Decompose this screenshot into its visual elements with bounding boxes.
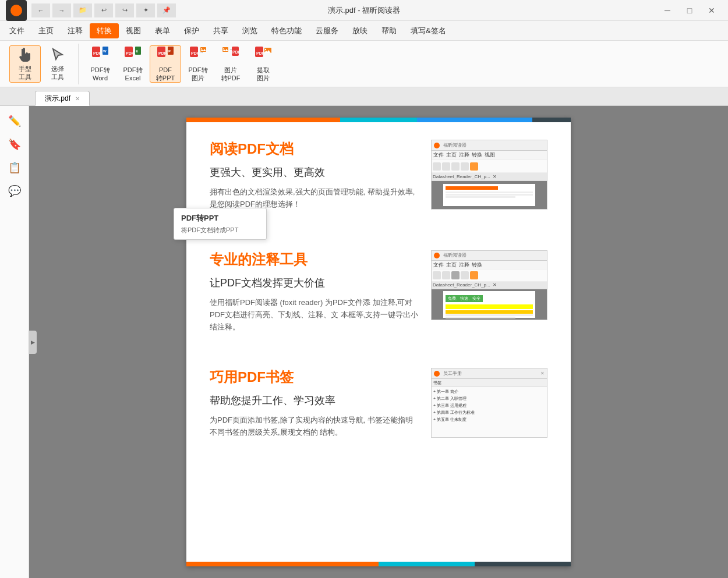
tab-close-icon[interactable]: ✕	[75, 95, 80, 102]
sidebar-collapse-btn[interactable]: ▶	[29, 331, 37, 354]
menu-present[interactable]: 放映	[345, 23, 374, 38]
menu-help[interactable]: 帮助	[374, 23, 404, 38]
menu-share[interactable]: 共享	[206, 23, 235, 38]
main-layout: ✏️ 🔖 📋 💬 ▶ PDF转PPT 将PDF文档转成PPT	[0, 106, 728, 578]
app-logo	[6, 0, 27, 21]
pdf-content: 福昕阅读器 文件主页注释转换视图 Da	[186, 122, 571, 496]
menu-protect[interactable]: 保护	[177, 23, 206, 38]
minimize-btn[interactable]: ─	[657, 2, 678, 19]
pdf-screenshot-3: 员工手册 ✕ 书签 + 第一章 简介 + 第二章 入职管理 + 第三章 运用规程…	[431, 368, 547, 438]
pdf-section-3: 员工手册 ✕ 书签 + 第一章 简介 + 第二章 入职管理 + 第三章 运用规程…	[210, 368, 547, 444]
sidebar-bookmark-icon[interactable]: 🔖	[4, 134, 25, 155]
header-orange	[186, 118, 340, 122]
title-bar-controls: ← → 📁 ↩ ↪ ✦ 📌	[31, 3, 176, 17]
sidebar-comment-icon[interactable]: 💬	[4, 180, 25, 201]
svg-text:PDF: PDF	[256, 51, 265, 55]
forward-btn[interactable]: →	[52, 3, 71, 17]
extract-image-btn[interactable]: PDF 提取图片	[248, 45, 279, 83]
select-tool-label: 选择工具	[51, 65, 64, 80]
hand-icon	[16, 47, 34, 63]
svg-point-28	[265, 49, 266, 50]
extract-image-label: 提取图片	[257, 66, 270, 81]
tab-filename: 演示.pdf	[45, 94, 70, 104]
menu-view[interactable]: 视图	[119, 23, 148, 38]
undo-btn[interactable]: ↩	[94, 3, 113, 17]
pdf-page: 福昕阅读器 文件主页注释转换视图 Da	[186, 118, 571, 566]
open-btn[interactable]: 📁	[73, 3, 92, 17]
menu-bar: 文件 主页 注释 转换 视图 表单 保护 共享 浏览 特色功能 云服务 放映 帮…	[0, 21, 728, 41]
toolbar: 手型工具 选择工具 PDF → W PDF转Word	[0, 41, 728, 87]
window-title: 演示.pdf - 福昕阅读器	[328, 5, 400, 16]
svg-point-21	[223, 48, 224, 49]
pdf-to-excel-label: PDF转Excel	[123, 66, 143, 81]
image-to-pdf-label: 图片转PDF	[221, 66, 241, 81]
footer-orange	[186, 562, 379, 566]
pdf-footer-bar	[186, 562, 571, 566]
pdf-to-excel-btn[interactable]: PDF → E PDF转Excel	[117, 45, 149, 83]
title-bar: ← → 📁 ↩ ↪ ✦ 📌 演示.pdf - 福昕阅读器 ─ □ ✕	[0, 0, 728, 21]
svg-text:PDF: PDF	[232, 50, 240, 54]
tab-bar: 演示.pdf ✕	[0, 87, 728, 106]
footer-dark	[475, 562, 571, 566]
hand-tool-label: 手型工具	[19, 65, 31, 80]
misc-btn[interactable]: ✦	[136, 3, 155, 17]
pdf-to-word-label: PDF转Word	[91, 66, 110, 81]
sidebar-copy-icon[interactable]: 📋	[4, 157, 25, 178]
pdf-to-ppt-label: PDF转PPT	[156, 66, 175, 81]
menu-browse[interactable]: 浏览	[235, 23, 264, 38]
pdf-to-word-btn[interactable]: PDF → W PDF转Word	[84, 45, 116, 83]
pdf-section-1: 福昕阅读器 文件主页注释转换视图 Da	[210, 140, 547, 215]
pdf-section-2: 福昕阅读器 文件主页注释转换 Data	[210, 250, 547, 333]
menu-convert[interactable]: 转换	[90, 23, 119, 38]
menu-comment[interactable]: 注释	[61, 23, 90, 38]
tooltip-description: 将PDF文档转成PPT	[181, 226, 259, 235]
pdf-screenshot-2: 福昕阅读器 文件主页注释转换 Data	[431, 250, 547, 320]
pdf-to-word-icon: PDF → W	[91, 45, 109, 64]
pdf-viewer: PDF转PPT 将PDF文档转成PPT 福昕阅读器	[29, 106, 728, 578]
window-controls: ─ □ ✕	[657, 2, 722, 19]
menu-form[interactable]: 表单	[148, 23, 177, 38]
redo-btn[interactable]: ↪	[115, 3, 134, 17]
tooltip-title: PDF转PPT	[181, 213, 259, 224]
pdf-to-image-btn[interactable]: PDF → PDF转图片	[182, 45, 214, 83]
select-icon	[48, 47, 67, 63]
back-btn[interactable]: ←	[31, 3, 50, 17]
pdf-header-bar	[186, 118, 571, 122]
image-to-pdf-btn[interactable]: → PDF 图片转PDF	[215, 45, 246, 83]
pdf-to-ppt-btn[interactable]: PDF → P PDF转PPT	[150, 45, 181, 83]
menu-home[interactable]: 主页	[31, 23, 61, 38]
menu-fillsign[interactable]: 填写&签名	[404, 23, 453, 38]
left-sidebar: ✏️ 🔖 📋 💬 ▶	[0, 106, 29, 578]
tooltip-popup: PDF转PPT 将PDF文档转成PPT	[174, 208, 267, 240]
sidebar-edit-icon[interactable]: ✏️	[4, 111, 25, 132]
svg-text:W: W	[103, 49, 107, 53]
tool-group-navigation: 手型工具 选择工具	[5, 44, 79, 84]
close-btn[interactable]: ✕	[701, 2, 722, 19]
collapse-arrow-icon: ▶	[31, 339, 35, 345]
menu-cloud[interactable]: 云服务	[309, 23, 345, 38]
maximize-btn[interactable]: □	[679, 2, 700, 19]
footer-cyan	[379, 562, 475, 566]
select-tool-btn[interactable]: 选择工具	[42, 45, 73, 83]
logo-circle	[10, 5, 22, 16]
tool-group-convert: PDF → W PDF转Word PDF → E PDF转Excel	[80, 44, 284, 84]
header-cyan	[340, 118, 417, 122]
pdf-to-excel-icon: PDF → E	[123, 45, 142, 64]
menu-file[interactable]: 文件	[2, 23, 31, 38]
pdf-tab[interactable]: 演示.pdf ✕	[35, 91, 90, 106]
pdf-to-image-icon: PDF →	[189, 45, 207, 64]
pdf-screenshot-1: 福昕阅读器 文件主页注释转换视图 Da	[431, 140, 547, 210]
pdf-to-ppt-icon: PDF → P	[156, 45, 175, 64]
pin-btn[interactable]: 📌	[157, 3, 176, 17]
extract-image-icon: PDF	[254, 45, 273, 64]
svg-point-19	[201, 48, 202, 49]
svg-text:P: P	[168, 49, 171, 53]
svg-text:E: E	[136, 49, 138, 53]
image-to-pdf-icon: → PDF	[221, 45, 240, 64]
menu-features[interactable]: 特色功能	[264, 23, 309, 38]
pdf-to-image-label: PDF转图片	[189, 66, 208, 81]
header-dark	[532, 118, 571, 122]
hand-tool-btn[interactable]: 手型工具	[9, 45, 41, 83]
header-blue	[417, 118, 532, 122]
